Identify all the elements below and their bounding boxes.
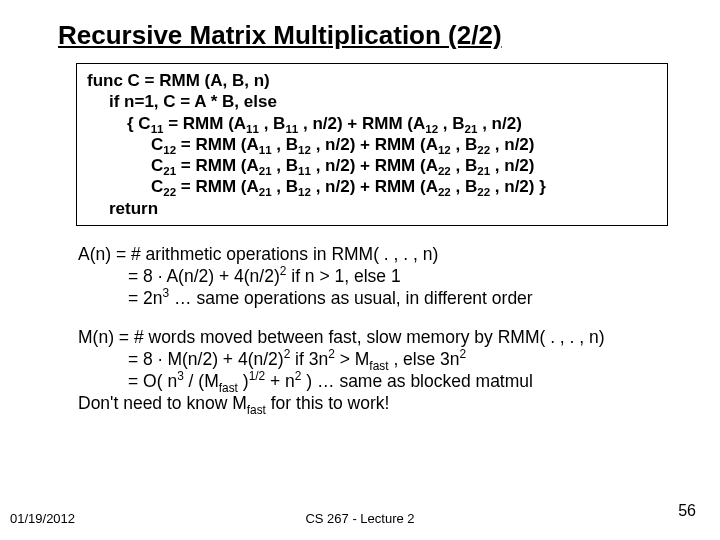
memory-block: M(n) = # words moved between fast, slow … xyxy=(78,327,690,415)
code-line: C21 = RMM (A21 , B11 , n/2) + RMM (A22 ,… xyxy=(87,155,659,176)
text-line: = 8 · A(n/2) + 4(n/2)2 if n > 1, else 1 xyxy=(78,266,690,288)
code-line: if n=1, C = A * B, else xyxy=(87,91,659,112)
code-line: C12 = RMM (A11 , B12 , n/2) + RMM (A12 ,… xyxy=(87,134,659,155)
footer-course: CS 267 - Lecture 2 xyxy=(0,511,720,526)
code-line: C22 = RMM (A21 , B12 , n/2) + RMM (A22 ,… xyxy=(87,176,659,197)
text-line: = 8 · M(n/2) + 4(n/2)2 if 3n2 > Mfast , … xyxy=(78,349,690,371)
code-line: return xyxy=(87,198,659,219)
pseudocode-box: func C = RMM (A, B, n) if n=1, C = A * B… xyxy=(76,63,668,226)
code-line: func C = RMM (A, B, n) xyxy=(87,70,659,91)
text-line: = O( n3 / (Mfast )1/2 + n2 ) … same as b… xyxy=(78,371,690,393)
page-number: 56 xyxy=(678,502,696,520)
arith-ops-block: A(n) = # arithmetic operations in RMM( .… xyxy=(78,244,690,310)
slide-title: Recursive Matrix Multiplication (2/2) xyxy=(0,0,720,57)
text-line: Don't need to know Mfast for this to wor… xyxy=(78,393,690,415)
code-line: { C11 = RMM (A11 , B11 , n/2) + RMM (A12… xyxy=(87,113,659,134)
text-line: = 2n3 … same operations as usual, in dif… xyxy=(78,288,690,310)
text-line: A(n) = # arithmetic operations in RMM( .… xyxy=(78,244,690,266)
text-line: M(n) = # words moved between fast, slow … xyxy=(78,327,690,349)
